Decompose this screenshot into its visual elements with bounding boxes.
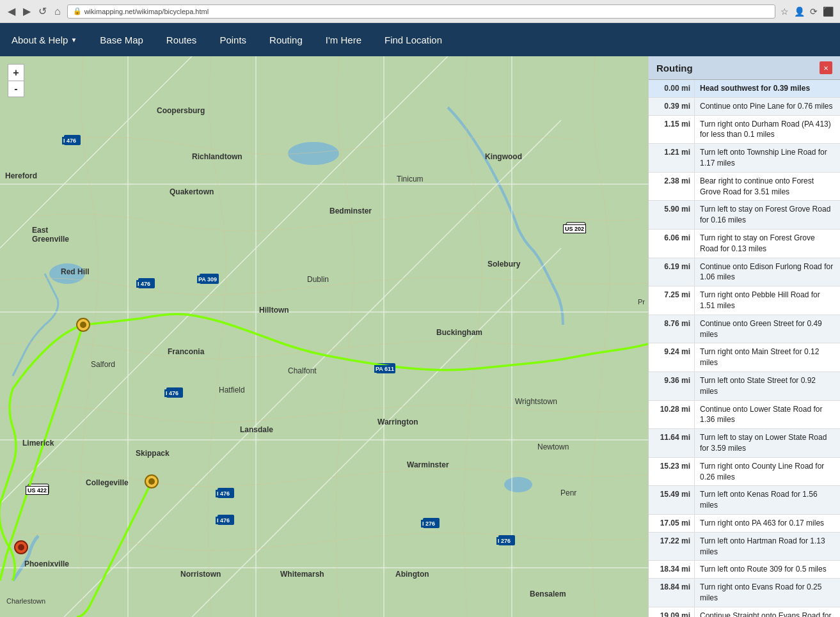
routing-instruction: Continue onto Edison Furlong Road for 1.…	[695, 258, 840, 286]
routing-distance: 18.84 mi	[649, 579, 695, 607]
routing-distance: 15.49 mi	[649, 486, 695, 514]
routing-instruction: Continue Straight onto Evans Road for 2.…	[695, 607, 840, 617]
routing-distance: 11.64 mi	[649, 429, 695, 457]
routing-row: 10.28 miContinue onto Lower State Road f…	[649, 401, 840, 430]
routing-instruction: Turn left onto State Street for 0.92 mil…	[695, 372, 840, 400]
svg-point-3	[504, 477, 532, 492]
address-lock-icon: 🔒	[73, 7, 82, 15]
routing-instruction: Turn right onto PA 463 for 0.17 miles	[695, 515, 840, 532]
svg-rect-22	[200, 274, 219, 284]
svg-point-33	[148, 478, 155, 485]
routing-distance: 17.05 mi	[649, 515, 695, 532]
zoom-in-button[interactable]: +	[8, 64, 24, 81]
svg-rect-25	[423, 518, 440, 528]
toolbar-item-routes[interactable]: Routes	[155, 23, 209, 56]
routing-row: 1.21 miTurn left onto Township Line Road…	[649, 144, 840, 173]
routing-instruction: Turn right onto Durham Road (PA 413) for…	[695, 116, 840, 144]
home-button[interactable]: ⌂	[52, 4, 63, 19]
routing-instruction: Turn left onto Route 309 for 0.5 miles	[695, 561, 840, 578]
routing-distance: 1.21 mi	[649, 144, 695, 172]
routing-table[interactable]: 0.00 miHead southwest for 0.39 miles0.39…	[649, 80, 840, 617]
routing-panel-title: Routing	[656, 63, 693, 74]
address-url: wikimapping.net/wikimap/bicyclepa.html	[84, 8, 209, 15]
svg-rect-16	[64, 135, 81, 145]
routing-row: 15.49 miTurn left onto Kenas Road for 1.…	[649, 486, 840, 515]
routing-distance: 17.22 mi	[649, 533, 695, 561]
routing-row: 2.38 miBear right to continue onto Fores…	[649, 173, 840, 201]
routing-instruction: Turn right onto Main Street for 0.12 mil…	[695, 343, 840, 371]
chevron-down-icon: ▼	[70, 36, 77, 43]
routing-row: 0.00 miHead southwest for 0.39 miles	[649, 80, 840, 98]
toolbar-item-findlocation[interactable]: Find Location	[373, 23, 454, 56]
routing-distance: 18.34 mi	[649, 561, 695, 578]
profile-button[interactable]: 👤	[793, 5, 806, 18]
routing-row: 6.06 miTurn right to stay on Forest Grov…	[649, 230, 840, 258]
zoom-out-button[interactable]: -	[8, 81, 24, 97]
routing-row: 18.84 miTurn right onto Evans Road for 0…	[649, 579, 840, 607]
toolbar-label-about: About & Help	[12, 35, 68, 45]
routing-row: 9.36 miTurn left onto State Street for 0…	[649, 372, 840, 401]
routing-row: 18.34 miTurn left onto Route 309 for 0.5…	[649, 561, 840, 579]
toolbar-item-basemap[interactable]: Base Map	[88, 23, 155, 56]
svg-point-35	[18, 544, 24, 551]
routing-row: 11.64 miTurn left to stay on Lower State…	[649, 429, 840, 458]
routing-panel: Routing × 0.00 miHead southwest for 0.39…	[648, 56, 840, 617]
browser-nav-buttons: ◀ ▶ ↺ ⌂	[5, 4, 63, 19]
app-toolbar: About & Help ▼ Base Map Routes Points Ro…	[0, 23, 840, 56]
routing-distance: 1.15 mi	[649, 116, 695, 144]
routing-instruction: Turn left onto Township Line Road for 1.…	[695, 144, 840, 172]
routing-distance: 8.76 mi	[649, 315, 695, 343]
toolbar-label-routes: Routes	[166, 35, 197, 45]
routing-row: 0.39 miContinue onto Pine Lane for 0.76 …	[649, 98, 840, 116]
toolbar-label-findlocation: Find Location	[384, 35, 442, 45]
toolbar-label-imhere: I'm Here	[326, 35, 361, 45]
bookmark-button[interactable]: ☆	[779, 5, 790, 18]
svg-point-31	[80, 322, 86, 328]
main-content: + - Coopersburg Richlandtown Quakertown …	[0, 56, 840, 617]
svg-rect-20	[218, 515, 234, 525]
routing-row: 9.24 miTurn right onto Main Street for 0…	[649, 343, 840, 372]
routing-distance: 2.38 mi	[649, 173, 695, 201]
routing-instruction: Turn left to stay on Lower State Road fo…	[695, 429, 840, 457]
routing-instruction: Continue onto Lower State Road for 1.36 …	[695, 401, 840, 429]
toolbar-label-basemap: Base Map	[100, 35, 143, 45]
svg-rect-17	[138, 278, 155, 288]
routing-instruction: Turn right onto Pebble Hill Road for 1.5…	[695, 286, 840, 315]
svg-point-2	[49, 263, 85, 284]
toolbar-item-points[interactable]: Points	[208, 23, 258, 56]
routing-row: 19.09 miContinue Straight onto Evans Roa…	[649, 607, 840, 617]
sync-button[interactable]: ⟳	[809, 5, 819, 18]
routing-row: 1.15 miTurn right onto Durham Road (PA 4…	[649, 116, 840, 144]
routing-distance: 6.19 mi	[649, 258, 695, 286]
toolbar-item-imhere[interactable]: I'm Here	[314, 23, 373, 56]
toolbar-item-about[interactable]: About & Help ▼	[0, 23, 88, 56]
routing-panel-header: Routing ×	[649, 56, 840, 80]
routing-row: 17.05 miTurn right onto PA 463 for 0.17 …	[649, 515, 840, 533]
routing-instruction: Head southwest for 0.39 miles	[695, 80, 840, 97]
browser-chrome: ◀ ▶ ↺ ⌂ 🔒 wikimapping.net/wikimap/bicycl…	[0, 0, 840, 23]
apps-button[interactable]: ⬛	[821, 5, 835, 18]
routing-instruction: Turn left to stay on Forest Grove Road f…	[695, 201, 840, 229]
routing-row: 5.90 miTurn left to stay on Forest Grove…	[649, 201, 840, 230]
back-button[interactable]: ◀	[5, 4, 18, 19]
routing-distance: 7.25 mi	[649, 286, 695, 315]
toolbar-label-routing: Routing	[269, 35, 303, 45]
routing-row: 17.22 miTurn left onto Hartman Road for …	[649, 533, 840, 561]
routing-distance: 9.24 mi	[649, 343, 695, 371]
svg-point-1	[288, 142, 339, 165]
routing-instruction: Turn right onto County Line Road for 0.2…	[695, 458, 840, 486]
routing-instruction: Turn left onto Hartman Road for 1.13 mil…	[695, 533, 840, 561]
routing-row: 7.25 miTurn right onto Pebble Hill Road …	[649, 286, 840, 315]
map-area[interactable]: + - Coopersburg Richlandtown Quakertown …	[0, 56, 648, 617]
forward-button[interactable]: ▶	[20, 4, 33, 19]
svg-rect-19	[218, 488, 234, 498]
address-bar[interactable]: 🔒 wikimapping.net/wikimap/bicyclepa.html	[67, 4, 775, 19]
map-svg	[0, 56, 648, 617]
routing-distance: 15.23 mi	[649, 458, 695, 486]
routing-row: 8.76 miContinue onto Green Street for 0.…	[649, 315, 840, 344]
routing-close-button[interactable]: ×	[820, 61, 832, 74]
map-zoom-controls: + -	[8, 64, 24, 97]
routing-distance: 0.00 mi	[649, 80, 695, 97]
reload-button[interactable]: ↺	[36, 4, 49, 19]
toolbar-item-routing[interactable]: Routing	[258, 23, 314, 56]
